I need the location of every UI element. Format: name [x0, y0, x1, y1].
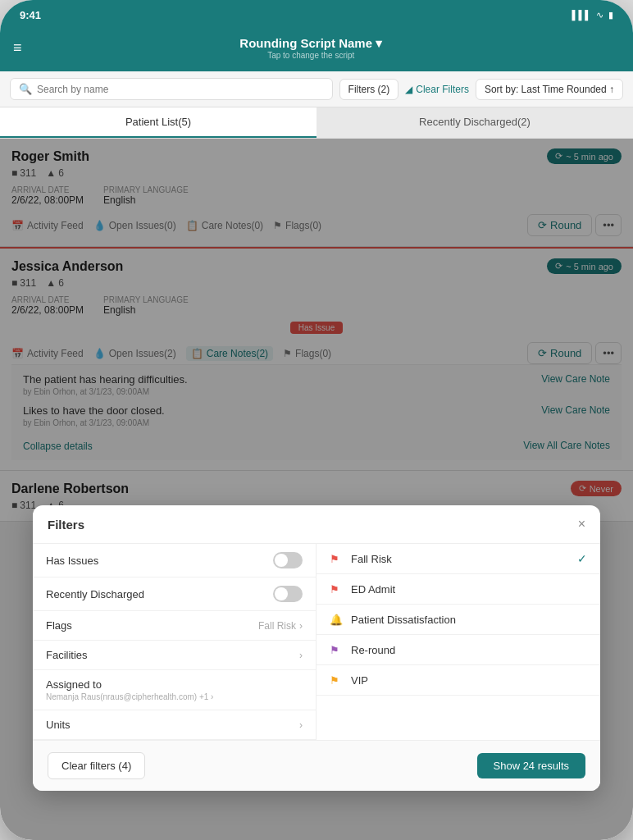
tab-patient-list[interactable]: Patient List(5)	[0, 107, 316, 138]
filter-flags[interactable]: Flags Fall Risk ›	[33, 611, 316, 641]
flag-ed-admit[interactable]: ⚑ ED Admit	[316, 574, 600, 605]
signal-icon: ▌▌▌	[572, 10, 591, 20]
filters-button[interactable]: Filters (2)	[339, 79, 399, 100]
filter-has-issues: Has Issues	[33, 544, 316, 578]
patient-tabs: Patient List(5) Recently Discharged(2)	[0, 107, 633, 139]
filter-assigned-to[interactable]: Assigned to Nemanja Raus(nraus@cipherhea…	[33, 670, 316, 710]
clear-filters-button[interactable]: ◢ Clear Filters	[405, 84, 469, 95]
chevron-icon: ›	[299, 650, 303, 661]
tab-recently-discharged[interactable]: Recently Discharged(2)	[316, 107, 633, 138]
header-top: ≡ Rounding Script Name ▾ Tap to change t…	[13, 36, 620, 60]
filter-facilities[interactable]: Facilities ›	[33, 641, 316, 670]
filter-footer: Clear filters (4) Show 24 results	[33, 740, 600, 791]
flags-value: Fall Risk ›	[258, 620, 303, 632]
flag-reround-icon: ⚑	[330, 643, 343, 656]
flag-fall-risk-icon: ⚑	[330, 552, 343, 565]
search-box[interactable]: 🔍	[10, 78, 333, 100]
check-icon: ✓	[577, 552, 587, 565]
flag-label: Patient Dissatisfaction	[351, 614, 587, 626]
flag-vip[interactable]: ⚑ VIP	[316, 665, 600, 696]
header-title-wrap: Rounding Script Name ▾ Tap to change the…	[239, 36, 382, 60]
chevron-icon: ›	[299, 719, 303, 731]
status-bar: 9:41 ▌▌▌ ∿ ▮	[0, 0, 633, 30]
has-issues-toggle[interactable]	[273, 552, 303, 568]
device-frame: 9:41 ▌▌▌ ∿ ▮ ≡ Rounding Script Name ▾ Ta…	[0, 0, 633, 840]
filter-left: Has Issues Recently Discharged Flags Fal…	[33, 544, 316, 740]
units-label: Units	[46, 719, 71, 731]
filter-close-button[interactable]: ×	[578, 517, 585, 532]
flag-reround[interactable]: ⚑ Re-round	[316, 635, 600, 665]
clear-filters-footer-button[interactable]: Clear filters (4)	[48, 752, 145, 779]
recently-discharged-label: Recently Discharged	[46, 588, 144, 600]
show-results-button[interactable]: Show 24 results	[477, 753, 586, 778]
app-header: ≡ Rounding Script Name ▾ Tap to change t…	[0, 30, 633, 71]
search-input[interactable]	[37, 84, 324, 95]
wifi-icon: ∿	[596, 10, 603, 21]
app-title[interactable]: Rounding Script Name ▾	[239, 36, 382, 51]
assigned-to-value: Nemanja Raus(nraus@cipherhealth.com) +1 …	[46, 692, 213, 701]
chevron-icon: ›	[299, 620, 303, 632]
flag-label: ED Admit	[351, 583, 587, 596]
filter-header: Filters ×	[33, 505, 600, 544]
has-issues-label: Has Issues	[46, 555, 98, 567]
flag-patient-dissatisfaction[interactable]: 🔔 Patient Dissatisfaction	[316, 605, 600, 635]
battery-icon: ▮	[608, 10, 613, 21]
status-icons: ▌▌▌ ∿ ▮	[572, 10, 613, 21]
flag-label: Re-round	[351, 644, 587, 656]
flags-label: Flags	[46, 619, 72, 632]
status-time: 9:41	[20, 9, 41, 21]
filter-recently-discharged: Recently Discharged	[33, 578, 316, 611]
sort-button[interactable]: Sort by: Last Time Rounded ↑	[476, 79, 623, 100]
flag-fall-risk[interactable]: ⚑ Fall Risk ✓	[316, 544, 600, 574]
filter-right: ⚑ Fall Risk ✓ ⚑ ED Admit 🔔 Patient Dissa…	[316, 544, 600, 740]
flag-ed-admit-icon: ⚑	[330, 582, 343, 596]
filter-clear-icon: ◢	[405, 84, 412, 95]
filter-units[interactable]: Units ›	[33, 710, 316, 740]
bell-icon: 🔔	[330, 613, 343, 626]
app-subtitle: Tap to change the script	[267, 51, 354, 60]
flag-label: VIP	[351, 674, 587, 687]
clear-filters-label: Clear Filters	[416, 84, 469, 95]
flag-label: Fall Risk	[351, 553, 569, 565]
menu-icon[interactable]: ≡	[13, 39, 22, 57]
filter-title: Filters	[48, 518, 84, 532]
filter-modal: Filters × Has Issues Recently Discharged…	[33, 505, 600, 791]
flag-vip-icon: ⚑	[330, 673, 343, 687]
assigned-to-label: Assigned to	[46, 678, 102, 691]
filter-body: Has Issues Recently Discharged Flags Fal…	[33, 544, 600, 740]
toolbar: 🔍 Filters (2) ◢ Clear Filters Sort by: L…	[0, 71, 633, 107]
recently-discharged-toggle[interactable]	[273, 586, 303, 602]
search-icon: 🔍	[19, 83, 32, 95]
facilities-label: Facilities	[46, 649, 88, 661]
